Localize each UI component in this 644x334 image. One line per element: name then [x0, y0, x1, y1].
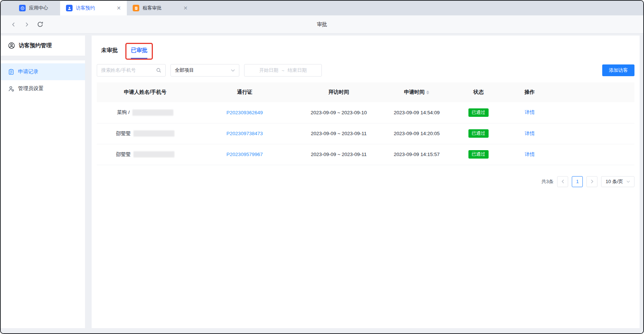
pass-cell: P202309579967 — [194, 144, 296, 165]
detail-link[interactable]: 详情 — [525, 131, 534, 136]
detail-link[interactable]: 详情 — [525, 110, 534, 115]
col-apply-time[interactable]: 申请时间 — [382, 82, 452, 102]
page-body: 访客预约管理 申请记录 管理员设置 未审批 已审批 — [1, 34, 643, 333]
page-number-button[interactable]: 1 — [572, 176, 583, 187]
browser-tab-app-center[interactable]: 应用中心 — [13, 1, 60, 15]
status-cell: 已通过 — [452, 144, 505, 165]
browser-tab-label: 租客审批 — [143, 5, 162, 11]
sidebar-item-application-records[interactable]: 申请记录 — [1, 63, 85, 80]
table-row: 菜狗 / P202309362649 2023-09-09 ~ 2023-09-… — [97, 102, 634, 123]
apply-time-cell: 2023-09-09 14:15:57 — [382, 144, 452, 165]
visit-time-cell: 2023-09-09 ~ 2023-09-10 — [296, 102, 382, 123]
applicant-cell: 邵莹莹 — [97, 144, 194, 165]
browser-window: 应用中心 访客预约 ✕ 租客审批 ✕ 审批 — [0, 0, 644, 334]
pass-link[interactable]: P202309738473 — [227, 131, 263, 136]
col-applicant: 申请人姓名/手机号 — [97, 82, 194, 102]
sidebar-title: 访客预约管理 — [19, 42, 52, 49]
browser-tab-label: 访客预约 — [76, 5, 95, 11]
filter-bar: 搜索姓名/手机号 全部项目 开始日期 ~ 结束日期 添加访客 — [97, 64, 634, 77]
pass-cell: P202309738473 — [194, 123, 296, 144]
visit-time-cell: 2023-09-09 ~ 2023-09-11 — [296, 123, 382, 144]
page-size-select[interactable]: 10 条/页 — [601, 176, 634, 187]
search-icon — [156, 68, 161, 73]
user-circle-icon — [8, 42, 15, 49]
table-row: 邵莹莹 P202309738473 2023-09-09 ~ 2023-09-1… — [97, 123, 634, 144]
applicant-cell: 邵莹莹 — [97, 123, 194, 144]
sidebar-item-label: 管理员设置 — [18, 85, 44, 92]
status-cell: 已通过 — [452, 102, 505, 123]
next-page-button[interactable] — [586, 176, 597, 187]
date-range-picker[interactable]: 开始日期 ~ 结束日期 — [244, 64, 322, 77]
browser-tabbar: 应用中心 访客预约 ✕ 租客审批 ✕ — [1, 1, 643, 15]
col-pass: 通行证 — [194, 82, 296, 102]
table-header-row: 申请人姓名/手机号 通行证 拜访时间 申请时间 状态 操作 — [97, 82, 634, 102]
status-badge: 已通过 — [468, 150, 489, 159]
tenant-approval-icon — [133, 5, 139, 11]
pass-link[interactable]: P202309579967 — [227, 152, 263, 157]
sidebar-divider — [1, 56, 85, 60]
sidebar-header: 访客预约管理 — [1, 36, 85, 56]
detail-link[interactable]: 详情 — [525, 152, 534, 157]
status-badge: 已通过 — [468, 129, 489, 138]
date-separator: ~ — [281, 68, 284, 73]
date-end-placeholder: 结束日期 — [288, 67, 307, 74]
redacted-phone — [132, 110, 173, 116]
status-cell: 已通过 — [452, 123, 505, 144]
close-tab-icon[interactable]: ✕ — [117, 5, 121, 11]
pass-cell: P202309362649 — [194, 102, 296, 123]
visitor-icon — [66, 5, 73, 11]
chevron-down-icon — [626, 181, 630, 183]
clipboard-icon — [8, 69, 14, 75]
tab-unapproved[interactable]: 未审批 — [101, 47, 118, 59]
apply-time-cell: 2023-09-09 14:20:05 — [382, 123, 452, 144]
page-size-value: 10 条/页 — [606, 178, 623, 185]
sidebar-item-admin-settings[interactable]: 管理员设置 — [1, 80, 85, 97]
tab-approved[interactable]: 已审批 — [131, 47, 147, 59]
search-input[interactable]: 搜索姓名/手机号 — [97, 64, 166, 77]
admin-settings-icon — [8, 86, 14, 92]
records-table: 申请人姓名/手机号 通行证 拜访时间 申请时间 状态 操作 菜狗 / P2023… — [97, 82, 634, 165]
chevron-right-icon — [590, 179, 594, 183]
applicant-cell: 菜狗 / — [97, 102, 194, 123]
col-action: 操作 — [505, 82, 554, 102]
browser-tab-label: 应用中心 — [29, 5, 48, 11]
main-content: 未审批 已审批 搜索姓名/手机号 全部项目 开始日期 ~ — [92, 36, 640, 328]
chevron-down-icon — [231, 69, 235, 72]
app-center-icon — [19, 5, 26, 11]
sidebar-item-label: 申请记录 — [18, 68, 38, 75]
search-placeholder: 搜索姓名/手机号 — [101, 67, 136, 74]
action-cell: 详情 — [505, 102, 554, 123]
navigation-bar: 审批 — [1, 15, 643, 34]
browser-tab-visitor-booking[interactable]: 访客预约 ✕ — [60, 1, 127, 15]
page-title: 审批 — [1, 21, 643, 28]
project-select-value: 全部项目 — [175, 67, 194, 74]
col-visit-time: 拜访时间 — [296, 82, 382, 102]
project-select[interactable]: 全部项目 — [170, 64, 239, 77]
apply-time-cell: 2023-09-09 14:54:09 — [382, 102, 452, 123]
sidebar-menu: 申请记录 管理员设置 — [1, 60, 85, 328]
pass-link[interactable]: P202309362649 — [227, 110, 263, 115]
pagination: 共3条 1 10 条/页 — [97, 176, 634, 187]
redacted-phone — [133, 130, 174, 137]
table-body: 菜狗 / P202309362649 2023-09-09 ~ 2023-09-… — [97, 102, 634, 165]
redacted-phone — [133, 151, 174, 157]
status-badge: 已通过 — [468, 108, 489, 117]
sidebar: 访客预约管理 申请记录 管理员设置 — [1, 36, 85, 328]
visit-time-cell: 2023-09-09 ~ 2023-09-11 — [296, 144, 382, 165]
approval-tabs: 未审批 已审批 — [97, 40, 634, 59]
tab-approved-wrap: 已审批 — [131, 47, 147, 59]
close-tab-icon[interactable]: ✕ — [183, 5, 188, 11]
table-row: 邵莹莹 P202309579967 2023-09-09 ~ 2023-09-1… — [97, 144, 634, 165]
browser-tab-tenant-approval[interactable]: 租客审批 ✕ — [127, 1, 194, 15]
prev-page-button[interactable] — [557, 176, 568, 187]
action-cell: 详情 — [505, 144, 554, 165]
total-count: 共3条 — [541, 178, 553, 185]
col-status: 状态 — [452, 82, 505, 102]
action-cell: 详情 — [505, 123, 554, 144]
chevron-left-icon — [561, 179, 564, 183]
col-filler — [554, 82, 634, 102]
sort-icon[interactable] — [426, 90, 429, 94]
add-visitor-button[interactable]: 添加访客 — [602, 64, 634, 76]
date-start-placeholder: 开始日期 — [259, 67, 278, 74]
